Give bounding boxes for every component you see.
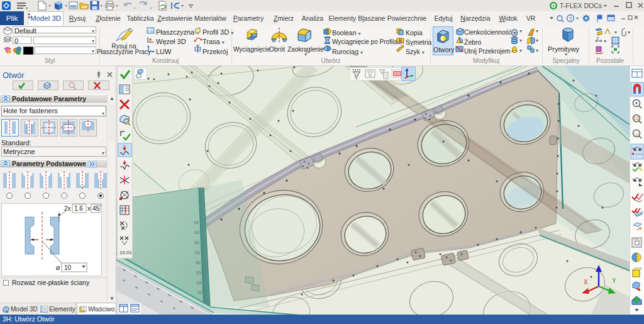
svg-text:1.6: 1.6 (74, 205, 83, 212)
svg-text:?: ? (569, 16, 572, 22)
svg-text:2x: 2x (64, 205, 71, 212)
svg-text:°: ° (100, 204, 102, 209)
svg-text:10: 10 (64, 264, 72, 271)
svg-text:X: X (584, 279, 588, 286)
svg-text:Y: Y (612, 277, 616, 284)
svg-text:⌀: ⌀ (56, 264, 60, 271)
svg-text:45: 45 (92, 205, 100, 212)
svg-text:5: 5 (597, 36, 599, 40)
svg-text:T-FLEX DOCs: T-FLEX DOCs (560, 2, 602, 9)
svg-text:10.01: 10.01 (119, 250, 132, 255)
svg-text:▾: ▾ (604, 38, 606, 44)
svg-text:▾: ▾ (628, 30, 630, 35)
svg-text:▾: ▾ (614, 30, 617, 35)
svg-text:x: x (87, 205, 91, 212)
